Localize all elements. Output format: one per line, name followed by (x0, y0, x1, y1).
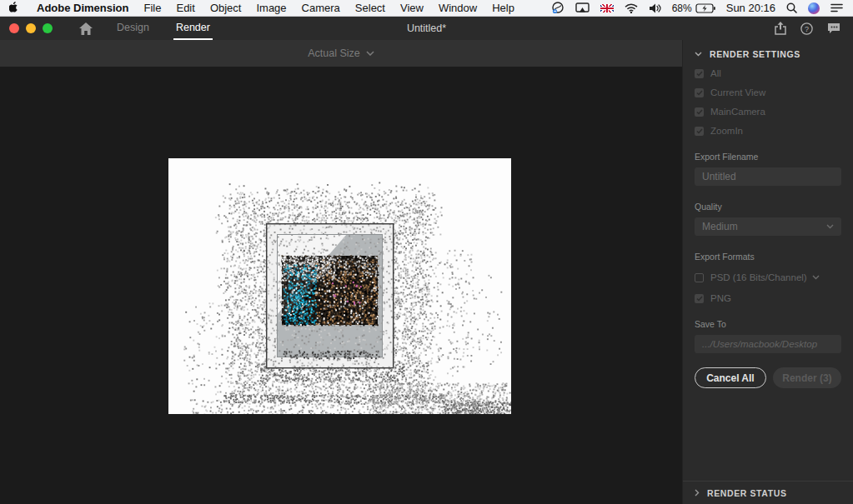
scope-row-all[interactable]: All (695, 68, 841, 78)
uk-keyboard-flag[interactable] (600, 4, 614, 12)
render-panel: RENDER SETTINGS All Current View (682, 40, 853, 504)
checkbox-checked-icon (695, 69, 704, 78)
checkbox-checked-icon (695, 127, 704, 136)
format-label: PSD (16 Bits/Channel) (710, 272, 807, 282)
chevron-down-icon (826, 224, 834, 229)
scope-label: MainCamera (710, 107, 765, 117)
battery-percent: 68% (672, 2, 692, 14)
chevron-down-icon (695, 52, 702, 57)
format-label: PNG (710, 293, 731, 303)
chevron-down-icon (366, 51, 374, 56)
app-titlebar: Design Render Untitled* ? (0, 17, 853, 40)
svg-text:?: ? (805, 24, 809, 32)
format-row-psd[interactable]: PSD (16 Bits/Channel) (695, 272, 841, 282)
canvas-toolbar: Actual Size (0, 40, 682, 67)
canvas-area: Actual Size (0, 40, 682, 504)
menu-help[interactable]: Help (492, 2, 514, 14)
screen-mirroring-icon[interactable] (575, 2, 590, 13)
spotlight-search-icon[interactable] (786, 2, 797, 13)
zoom-window-button[interactable] (43, 23, 53, 33)
minimize-window-button[interactable] (26, 23, 36, 33)
export-formats-label: Export Formats (695, 252, 841, 262)
menu-window[interactable]: Window (439, 2, 477, 14)
save-to-label: Save To (695, 319, 841, 329)
render-button[interactable]: Render (3) (773, 367, 841, 388)
active-app-name[interactable]: Adobe Dimension (37, 2, 129, 14)
scope-row-zoomin[interactable]: ZoomIn (695, 126, 841, 136)
zoom-level-label: Actual Size (308, 47, 360, 59)
menu-file[interactable]: File (144, 2, 162, 14)
menu-bar-clock[interactable]: Sun 20:16 (726, 2, 775, 14)
render-status-title: RENDER STATUS (707, 488, 787, 498)
menu-camera[interactable]: Camera (302, 2, 340, 14)
creative-cloud-icon[interactable] (551, 2, 564, 14)
render-settings-title: RENDER SETTINGS (710, 49, 800, 59)
save-to-value: .../Users/macbook/Desktop (702, 339, 817, 349)
battery-charging-icon[interactable]: 68% (672, 2, 715, 14)
menu-bar-status-area: 68% Sun 20:16 (551, 2, 853, 14)
render-settings-header[interactable]: RENDER SETTINGS (695, 40, 841, 59)
scope-label: ZoomIn (710, 126, 743, 136)
volume-icon[interactable] (649, 3, 661, 13)
macos-menu-bar: Adobe Dimension File Edit Object Image C… (0, 0, 853, 17)
menu-items: File Edit Object Image Camera Select Vie… (144, 2, 529, 14)
render-status-header[interactable]: RENDER STATUS (683, 481, 853, 504)
render-settings-section: RENDER SETTINGS All Current View (683, 40, 853, 481)
cancel-all-button[interactable]: Cancel All (695, 367, 766, 388)
workspace: Actual Size RENDER SETTINGS (0, 40, 853, 504)
chevron-down-icon (812, 275, 820, 280)
quality-label: Quality (695, 202, 841, 212)
siri-icon[interactable] (808, 2, 820, 14)
checkbox-checked-icon (695, 107, 704, 117)
quality-dropdown[interactable]: Medium (695, 217, 841, 236)
chevron-right-icon (695, 489, 700, 497)
notification-list-icon[interactable] (830, 3, 843, 12)
scope-label: Current View (710, 87, 765, 97)
window-controls (0, 23, 53, 33)
home-icon[interactable] (79, 22, 93, 35)
checkbox-checked-icon (695, 294, 704, 303)
scope-row-current-view[interactable]: Current View (695, 87, 841, 97)
export-filename-input[interactable]: Untitled (695, 167, 841, 186)
help-icon[interactable]: ? (800, 22, 813, 35)
close-window-button[interactable] (9, 23, 19, 33)
scope-row-maincamera[interactable]: MainCamera (695, 107, 841, 117)
menu-object[interactable]: Object (210, 2, 242, 14)
menu-select[interactable]: Select (355, 2, 385, 14)
export-filename-label: Export Filename (695, 152, 841, 162)
apple-menu-icon[interactable] (9, 2, 20, 14)
save-to-input[interactable]: .../Users/macbook/Desktop (695, 335, 841, 353)
menu-image[interactable]: Image (256, 2, 286, 14)
render-preview-image (168, 158, 511, 414)
checkbox-checked-icon (695, 88, 704, 97)
tab-design[interactable]: Design (114, 17, 152, 40)
wifi-icon[interactable] (625, 3, 638, 13)
feedback-icon[interactable] (827, 22, 840, 34)
checkbox-unchecked-icon (695, 273, 704, 282)
render-viewport (0, 67, 682, 504)
render-actions: Cancel All Render (3) (695, 367, 841, 388)
export-filename-value: Untitled (702, 171, 736, 182)
menu-edit[interactable]: Edit (176, 2, 194, 14)
format-row-png[interactable]: PNG (695, 293, 841, 303)
quality-value: Medium (702, 221, 738, 232)
scope-label: All (710, 68, 721, 78)
mode-tabs: Design Render (114, 17, 234, 40)
titlebar-actions: ? (775, 22, 853, 35)
share-icon[interactable] (775, 22, 786, 35)
menu-view[interactable]: View (400, 2, 424, 14)
tab-render[interactable]: Render (173, 17, 213, 40)
zoom-level-dropdown[interactable]: Actual Size (308, 47, 374, 59)
app-window: Adobe Dimension File Edit Object Image C… (0, 0, 853, 504)
